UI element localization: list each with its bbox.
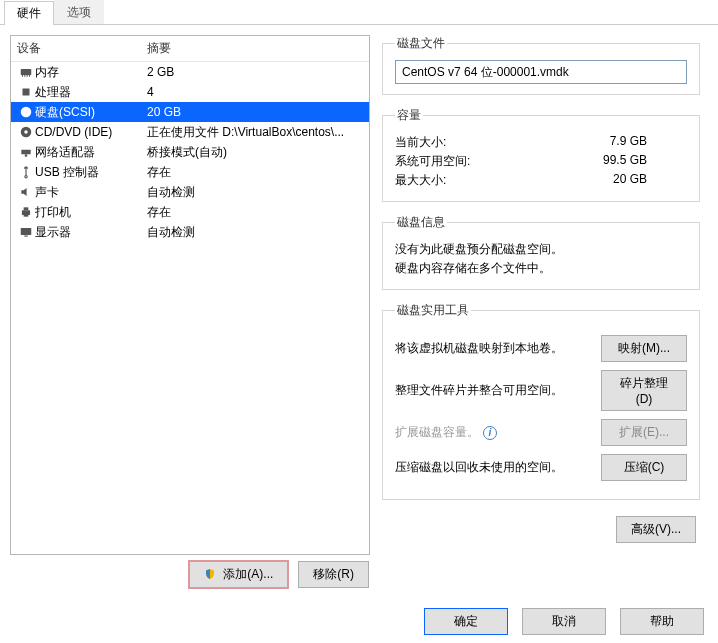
- sound-icon: [17, 185, 35, 199]
- max-size-value: 20 GB: [613, 172, 647, 189]
- map-text: 将该虚拟机磁盘映射到本地卷。: [395, 340, 591, 357]
- free-space-value: 99.5 GB: [603, 153, 647, 170]
- device-summary: 存在: [147, 204, 363, 221]
- utilities-group: 磁盘实用工具 将该虚拟机磁盘映射到本地卷。 映射(M)... 整理文件碎片并整合…: [382, 302, 700, 500]
- svg-rect-0: [21, 69, 32, 75]
- diskinfo-legend: 磁盘信息: [395, 214, 447, 231]
- cpu-icon: [17, 85, 35, 99]
- device-summary: 20 GB: [147, 105, 363, 119]
- diskfile-group: 磁盘文件: [382, 35, 700, 95]
- device-list[interactable]: 内存2 GB处理器4硬盘(SCSI)20 GBCD/DVD (IDE)正在使用文…: [11, 62, 369, 554]
- capacity-legend: 容量: [395, 107, 423, 124]
- device-panel: 设备 摘要 内存2 GB处理器4硬盘(SCSI)20 GBCD/DVD (IDE…: [10, 35, 370, 555]
- free-space-label: 系统可用空间:: [395, 153, 470, 170]
- usb-icon: [17, 165, 35, 179]
- device-row-net[interactable]: 网络适配器桥接模式(自动): [11, 142, 369, 162]
- diskfile-input[interactable]: [395, 60, 687, 84]
- svg-rect-11: [21, 150, 30, 155]
- info-icon[interactable]: i: [483, 426, 497, 440]
- device-row-cd[interactable]: CD/DVD (IDE)正在使用文件 D:\VirtualBox\centos\…: [11, 122, 369, 142]
- device-summary: 4: [147, 85, 363, 99]
- svg-rect-3: [27, 75, 28, 77]
- printer-icon: [17, 205, 35, 219]
- utilities-legend: 磁盘实用工具: [395, 302, 471, 319]
- disk-icon: [17, 105, 35, 119]
- device-name: USB 控制器: [35, 164, 147, 181]
- current-size-label: 当前大小:: [395, 134, 446, 151]
- device-name: 内存: [35, 64, 147, 81]
- cd-icon: [17, 125, 35, 139]
- tab-options[interactable]: 选项: [54, 0, 104, 24]
- svg-rect-17: [24, 236, 28, 237]
- tab-hardware[interactable]: 硬件: [4, 1, 54, 25]
- diskinfo-line1: 没有为此硬盘预分配磁盘空间。: [395, 241, 687, 258]
- svg-rect-16: [21, 228, 32, 235]
- device-name: CD/DVD (IDE): [35, 125, 147, 139]
- advanced-button[interactable]: 高级(V)...: [616, 516, 696, 543]
- remove-button[interactable]: 移除(R): [298, 561, 369, 588]
- expand-text: 扩展磁盘容量。i: [395, 424, 591, 441]
- help-button[interactable]: 帮助: [620, 608, 704, 635]
- display-icon: [17, 225, 35, 239]
- svg-rect-6: [24, 90, 28, 94]
- max-size-label: 最大大小:: [395, 172, 446, 189]
- device-summary: 自动检测: [147, 184, 363, 201]
- svg-rect-12: [25, 154, 27, 156]
- ok-button[interactable]: 确定: [424, 608, 508, 635]
- device-row-memory[interactable]: 内存2 GB: [11, 62, 369, 82]
- device-summary: 存在: [147, 164, 363, 181]
- device-row-display[interactable]: 显示器自动检测: [11, 222, 369, 242]
- diskinfo-line2: 硬盘内容存储在多个文件中。: [395, 260, 687, 277]
- dialog-footer: 确定 取消 帮助: [424, 608, 704, 635]
- header-device: 设备: [17, 40, 147, 57]
- svg-rect-1: [22, 75, 23, 77]
- device-summary: 桥接模式(自动): [147, 144, 363, 161]
- svg-rect-4: [29, 75, 30, 77]
- expand-button: 扩展(E)...: [601, 419, 687, 446]
- device-row-disk[interactable]: 硬盘(SCSI)20 GB: [11, 102, 369, 122]
- compact-text: 压缩磁盘以回收未使用的空间。: [395, 459, 591, 476]
- cancel-button[interactable]: 取消: [522, 608, 606, 635]
- device-list-header: 设备 摘要: [11, 36, 369, 62]
- svg-rect-14: [24, 207, 29, 210]
- device-summary: 自动检测: [147, 224, 363, 241]
- net-icon: [17, 145, 35, 159]
- svg-point-8: [25, 111, 27, 113]
- memory-icon: [17, 65, 35, 79]
- diskfile-legend: 磁盘文件: [395, 35, 447, 52]
- header-summary: 摘要: [147, 40, 363, 57]
- device-summary: 2 GB: [147, 65, 363, 79]
- device-name: 网络适配器: [35, 144, 147, 161]
- device-name: 显示器: [35, 224, 147, 241]
- device-row-cpu[interactable]: 处理器4: [11, 82, 369, 102]
- tab-strip: 硬件 选项: [0, 0, 718, 25]
- svg-point-10: [24, 130, 28, 134]
- device-row-sound[interactable]: 声卡自动检测: [11, 182, 369, 202]
- add-button[interactable]: 添加(A)...: [189, 561, 288, 588]
- shield-icon: [204, 568, 216, 580]
- diskinfo-group: 磁盘信息 没有为此硬盘预分配磁盘空间。 硬盘内容存储在多个文件中。: [382, 214, 700, 290]
- defrag-text: 整理文件碎片并整合可用空间。: [395, 382, 591, 399]
- capacity-group: 容量 当前大小:7.9 GB 系统可用空间:99.5 GB 最大大小:20 GB: [382, 107, 700, 202]
- map-button[interactable]: 映射(M)...: [601, 335, 687, 362]
- device-row-usb[interactable]: USB 控制器存在: [11, 162, 369, 182]
- compact-button[interactable]: 压缩(C): [601, 454, 687, 481]
- device-name: 打印机: [35, 204, 147, 221]
- device-row-printer[interactable]: 打印机存在: [11, 202, 369, 222]
- device-summary: 正在使用文件 D:\VirtualBox\centos\...: [147, 124, 363, 141]
- device-name: 声卡: [35, 184, 147, 201]
- current-size-value: 7.9 GB: [610, 134, 647, 151]
- device-name: 硬盘(SCSI): [35, 104, 147, 121]
- svg-rect-2: [24, 75, 25, 77]
- defrag-button[interactable]: 碎片整理(D): [601, 370, 687, 411]
- device-name: 处理器: [35, 84, 147, 101]
- svg-rect-15: [24, 214, 29, 217]
